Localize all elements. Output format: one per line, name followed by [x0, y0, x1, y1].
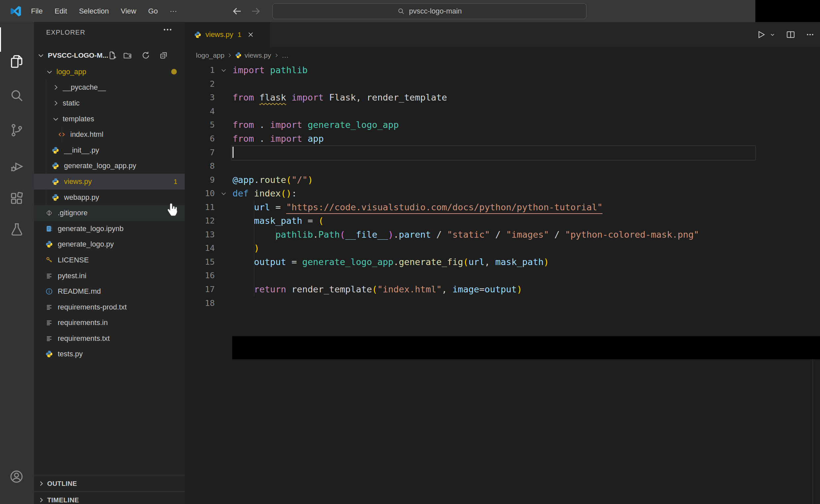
- line-number[interactable]: 9: [185, 175, 215, 185]
- menu-file[interactable]: File: [25, 7, 48, 15]
- line-number[interactable]: 13: [185, 230, 215, 239]
- tree-item-requirements-in[interactable]: requirements.in: [34, 315, 185, 331]
- fold-gutter: [215, 299, 232, 307]
- line-number[interactable]: 14: [185, 243, 215, 253]
- code-text: from . import app: [232, 133, 323, 144]
- tree-item-generate-logo-py[interactable]: generate_logo.py: [34, 237, 185, 252]
- activity-settings[interactable]: [9, 502, 24, 504]
- command-center-search[interactable]: pvscc-logo-main: [272, 3, 587, 19]
- activity-explorer[interactable]: [9, 54, 25, 70]
- activity-testing[interactable]: [9, 222, 25, 238]
- chevron-right-icon: [51, 83, 60, 92]
- split-editor-button[interactable]: [786, 30, 796, 40]
- line-number[interactable]: 12: [185, 216, 215, 225]
- tree-item-label: requirements.txt: [58, 334, 110, 343]
- code-text: mask_path = (: [232, 216, 323, 226]
- fold-gutter: [215, 93, 232, 102]
- activity-search[interactable]: [9, 88, 25, 104]
- close-icon[interactable]: [247, 31, 255, 39]
- line-number[interactable]: 11: [185, 202, 215, 212]
- menu-view[interactable]: View: [115, 7, 142, 15]
- navigate-forward-icon[interactable]: [250, 5, 262, 17]
- line-number[interactable]: 1: [185, 65, 215, 75]
- line-number[interactable]: 7: [185, 148, 215, 157]
- tree-item-label: README.md: [58, 287, 101, 296]
- line-number[interactable]: 17: [185, 284, 215, 294]
- menu-go[interactable]: Go: [142, 7, 164, 15]
- list-icon: [45, 272, 53, 280]
- activity-source-control[interactable]: [9, 122, 25, 138]
- refresh-button[interactable]: [141, 51, 150, 60]
- notebook-icon: [45, 225, 53, 233]
- outline-label: OUTLINE: [47, 480, 77, 488]
- line-number[interactable]: 5: [185, 120, 215, 130]
- navigate-back-icon[interactable]: [231, 5, 243, 17]
- breadcrumb-item-views-py[interactable]: views.py: [235, 51, 271, 59]
- activity-accounts[interactable]: [9, 469, 24, 484]
- tree-item-label: logo_app: [56, 68, 86, 76]
- tab-views-py[interactable]: views.py 1: [185, 22, 270, 47]
- run-button[interactable]: [756, 30, 766, 40]
- fold-gutter: [215, 175, 232, 184]
- tree-item-logo-app[interactable]: logo_app: [34, 64, 185, 80]
- activity-run-and-debug[interactable]: [9, 159, 25, 174]
- line-number[interactable]: 8: [185, 161, 215, 171]
- tree-item-requirements-txt[interactable]: requirements.txt: [34, 331, 185, 346]
- breadcrumb-item-symbol[interactable]: …: [282, 51, 288, 59]
- tree-item-label: LICENSE: [58, 256, 89, 264]
- new-folder-button[interactable]: [123, 51, 132, 60]
- chevron-down-icon: [51, 115, 60, 123]
- line-number[interactable]: 3: [185, 93, 215, 102]
- project-name: PVSCC-LOGO-M...: [48, 51, 108, 59]
- tree-item-index-html[interactable]: index.html: [34, 127, 185, 142]
- fold-gutter: [215, 217, 232, 225]
- tree-item-label: .gitignore: [58, 209, 88, 217]
- new-file-button[interactable]: [108, 51, 117, 60]
- code-line-6: 6from . import app: [185, 132, 820, 146]
- line-number[interactable]: 15: [185, 257, 215, 267]
- tree-item-label: templates: [63, 115, 94, 123]
- menu-selection[interactable]: Selection: [73, 7, 115, 15]
- project-root-row[interactable]: PVSCC-LOGO-M...: [34, 48, 185, 63]
- activity-bar: [0, 22, 34, 504]
- fold-chevron-down-icon[interactable]: [215, 66, 232, 74]
- code-line-2: 2: [185, 77, 820, 91]
- line-number[interactable]: 16: [185, 271, 215, 280]
- menu-edit[interactable]: Edit: [48, 7, 73, 15]
- tree-item-readme-md[interactable]: README.md: [34, 283, 185, 299]
- tree-item-generate-logo-app-py[interactable]: generate_logo_app.py: [34, 158, 185, 174]
- code-text: import pathlib: [232, 65, 308, 75]
- tree-item-templates[interactable]: templates: [34, 111, 185, 127]
- line-number[interactable]: 18: [185, 298, 215, 308]
- outline-section-header[interactable]: OUTLINE: [34, 475, 185, 492]
- tree-item--pycache-[interactable]: __pycache__: [34, 80, 185, 96]
- fold-gutter: [215, 162, 232, 170]
- line-number[interactable]: 4: [185, 106, 215, 116]
- tree-item-pytest-ini[interactable]: pytest.ini: [34, 268, 185, 284]
- activity-extensions[interactable]: [9, 191, 25, 206]
- indent-guide: [276, 228, 276, 242]
- views-and-more-actions-icon[interactable]: [162, 24, 173, 35]
- menu-more[interactable]: ···: [164, 7, 183, 15]
- tree-item-views-py[interactable]: views.py1: [34, 174, 185, 190]
- tree-item-license[interactable]: LICENSE: [34, 252, 185, 268]
- breadcrumb-item-logo-app[interactable]: logo_app: [196, 51, 224, 59]
- fold-chevron-down-icon[interactable]: [215, 189, 232, 198]
- collapse-all-button[interactable]: [159, 51, 168, 60]
- tab-bar: views.py 1: [185, 22, 820, 47]
- tree-item-generate-logo-ipynb[interactable]: generate_logo.ipynb: [34, 221, 185, 237]
- tree-item-webapp-py[interactable]: webapp.py: [34, 190, 185, 205]
- line-number[interactable]: 2: [185, 79, 215, 89]
- timeline-section-header[interactable]: TIMELINE: [34, 491, 185, 504]
- code-line-8: 8: [185, 159, 820, 173]
- tree-item-static[interactable]: static: [34, 95, 185, 111]
- tree-item-tests-py[interactable]: tests.py: [34, 346, 185, 362]
- tree-item--gitignore[interactable]: .gitignore: [34, 205, 185, 221]
- line-number[interactable]: 6: [185, 134, 215, 143]
- code-editor[interactable]: 1import pathlib23from flask import Flask…: [185, 63, 820, 310]
- tree-item--init-py[interactable]: __init__.py: [34, 142, 185, 158]
- run-dropdown-button[interactable]: [769, 31, 776, 38]
- more-actions-button[interactable]: [805, 30, 815, 39]
- tree-item-requirements-prod-txt[interactable]: requirements-prod.txt: [34, 299, 185, 315]
- line-number[interactable]: 10: [185, 189, 215, 198]
